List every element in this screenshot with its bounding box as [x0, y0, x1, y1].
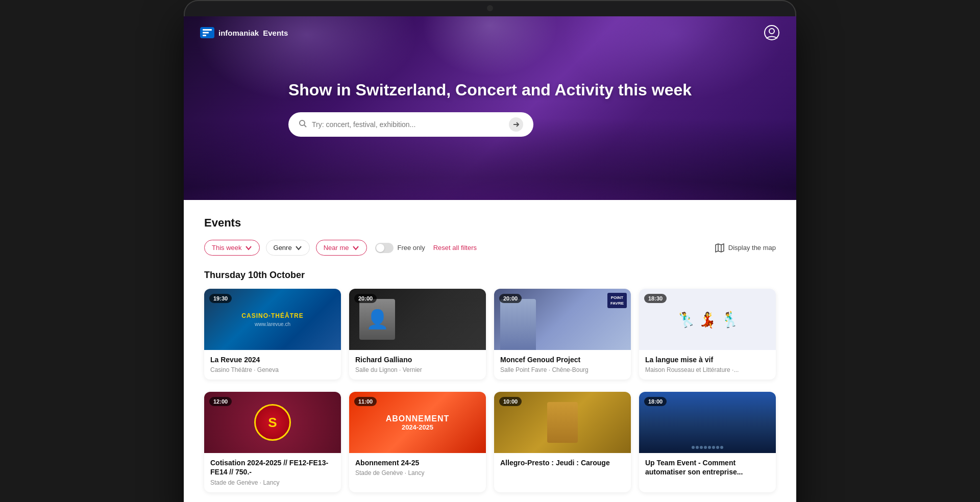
event-grid-row2: S 12:00 Cotisation 2024-2025 // FE12-FE1… — [204, 392, 776, 492]
device-camera — [487, 5, 493, 11]
event-card-body: La langue mise à vif Maison Rousseau et … — [639, 350, 776, 380]
svg-marker-8 — [716, 244, 724, 252]
event-card-location: Stade de Genève · Lancy — [210, 479, 335, 486]
event-card-image: Abonnement 2024-2025 11:00 — [349, 392, 486, 453]
free-only-filter: Free only — [375, 243, 425, 253]
svg-rect-0 — [203, 29, 212, 31]
event-card-title: Richard Galliano — [355, 355, 480, 364]
event-card[interactable]: 18:00 Up Team Event - Comment automatise… — [639, 392, 776, 492]
event-card-body: Allegro-Presto : Jeudi : Carouge — [494, 453, 631, 475]
event-card[interactable]: 👤 20:00 Richard Galliano Salle du Lignon… — [349, 289, 486, 380]
event-card-body: La Revue 2024 Casino Théâtre · Geneva — [204, 350, 341, 380]
search-submit-button[interactable] — [509, 117, 523, 132]
event-time-badge: 19:30 — [209, 294, 232, 303]
display-map-button[interactable]: Display the map — [715, 243, 776, 253]
dance-visual: 🕺 💃 🕺 — [677, 289, 739, 350]
abonnement-visual: Abonnement 2024-2025 — [386, 414, 450, 431]
near-me-filter[interactable]: Near me — [316, 240, 367, 256]
svg-rect-2 — [203, 35, 206, 36]
event-card-body: Up Team Event - Comment automatiser son … — [639, 453, 776, 485]
hero-section: infomaniak Events Show in Switzerland, C… — [184, 16, 796, 200]
event-card-image: 👤 20:00 — [349, 289, 486, 350]
chevron-down-icon — [245, 244, 252, 252]
this-week-filter[interactable]: This week — [204, 240, 260, 256]
event-time-badge: 20:00 — [354, 294, 377, 303]
hero-title: Show in Switzerland, Concert and Activit… — [288, 80, 692, 100]
event-card-title: La langue mise à vif — [645, 355, 770, 364]
search-icon — [299, 119, 307, 130]
event-time-badge: 12:00 — [209, 397, 232, 406]
svg-point-5 — [300, 120, 305, 126]
svg-point-4 — [769, 29, 774, 34]
event-card-body: Abonnement 24-25 Stade de Genève · Lancy — [349, 453, 486, 483]
logo-svg — [203, 29, 212, 36]
logo-text: infomaniak — [218, 29, 259, 37]
free-only-label: Free only — [398, 244, 425, 252]
event-card-image: S 12:00 — [204, 392, 341, 453]
event-time-badge: 11:00 — [354, 397, 377, 406]
event-card-title: La Revue 2024 — [210, 355, 335, 364]
event-card[interactable]: 🕺 💃 🕺 18:30 La langue mise à vif Maison … — [639, 289, 776, 380]
event-time-badge: 18:30 — [644, 294, 667, 303]
event-time-badge: 10:00 — [499, 397, 522, 406]
svg-rect-1 — [203, 32, 209, 34]
reset-filters-button[interactable]: Reset all filters — [433, 244, 477, 252]
event-card-image: 🕺 💃 🕺 18:30 — [639, 289, 776, 350]
event-card[interactable]: S 12:00 Cotisation 2024-2025 // FE12-FE1… — [204, 392, 341, 492]
logo[interactable]: infomaniak Events — [200, 27, 288, 38]
event-grid-row1: CASINO-THÉÂTRE www.larevue.ch 19:30 La R… — [204, 289, 776, 380]
event-time-badge: 20:00 — [499, 294, 522, 303]
section-title: Events — [204, 216, 776, 230]
display-map-label: Display the map — [728, 244, 776, 252]
event-card-body: Moncef Genoud Project Salle Point Favre … — [494, 350, 631, 380]
chevron-down-icon-3 — [352, 244, 359, 252]
event-card-title: Moncef Genoud Project — [500, 355, 625, 364]
event-card-title: Up Team Event - Comment automatiser son … — [645, 458, 770, 476]
event-card-location: Maison Rousseau et Littérature ·... — [645, 366, 770, 373]
event-card-image: 18:00 — [639, 392, 776, 453]
event-card[interactable]: 10:00 Allegro-Presto : Jeudi : Carouge — [494, 392, 631, 492]
map-icon — [715, 243, 724, 253]
user-icon[interactable] — [764, 24, 780, 41]
event-card-title: Cotisation 2024-2025 // FE12-FE13-FE14 /… — [210, 458, 335, 476]
this-week-label: This week — [212, 244, 242, 252]
event-card-image: POINTFAVRE 20:00 — [494, 289, 631, 350]
event-card[interactable]: POINTFAVRE 20:00 Moncef Genoud Project S… — [494, 289, 631, 380]
event-card-image: CASINO-THÉÂTRE www.larevue.ch 19:30 — [204, 289, 341, 350]
near-me-label: Near me — [324, 244, 349, 252]
logo-icon — [200, 27, 214, 38]
main-content: Events This week Genre Near me — [184, 200, 796, 502]
date-heading: Thursday 10th October — [204, 270, 776, 281]
device-frame: infomaniak Events Show in Switzerland, C… — [184, 0, 796, 502]
event-card-location: Salle du Lignon · Vernier — [355, 366, 480, 373]
servette-logo: S — [254, 404, 291, 441]
event-card-title: Allegro-Presto : Jeudi : Carouge — [500, 458, 625, 467]
search-input[interactable] — [312, 120, 504, 129]
event-card-location: Casino Théâtre · Geneva — [210, 366, 335, 373]
event-card-image: 10:00 — [494, 392, 631, 453]
search-bar[interactable] — [288, 112, 533, 137]
chevron-down-icon-2 — [295, 244, 302, 252]
hero-content: Show in Switzerland, Concert and Activit… — [278, 80, 702, 137]
event-time-badge: 18:00 — [644, 397, 667, 406]
allegro-visual — [547, 402, 578, 443]
genre-filter[interactable]: Genre — [266, 240, 310, 256]
event-card-title: Abonnement 24-25 — [355, 458, 480, 467]
audience-visual — [646, 446, 769, 449]
event-card[interactable]: Abonnement 2024-2025 11:00 Abonnement 24… — [349, 392, 486, 492]
filters-row: This week Genre Near me Free only — [204, 240, 776, 256]
event-card-location: Stade de Genève · Lancy — [355, 469, 480, 476]
svg-line-6 — [304, 125, 306, 127]
event-card-location: Salle Point Favre · Chêne-Bourg — [500, 366, 625, 373]
nav-bar: infomaniak Events — [184, 16, 796, 49]
event-card-body: Richard Galliano Salle du Lignon · Verni… — [349, 350, 486, 380]
logo-section: Events — [263, 29, 288, 37]
event-card-body: Cotisation 2024-2025 // FE12-FE13-FE14 /… — [204, 453, 341, 492]
free-only-toggle[interactable] — [375, 243, 394, 253]
genre-label: Genre — [274, 244, 292, 252]
event-card[interactable]: CASINO-THÉÂTRE www.larevue.ch 19:30 La R… — [204, 289, 341, 380]
